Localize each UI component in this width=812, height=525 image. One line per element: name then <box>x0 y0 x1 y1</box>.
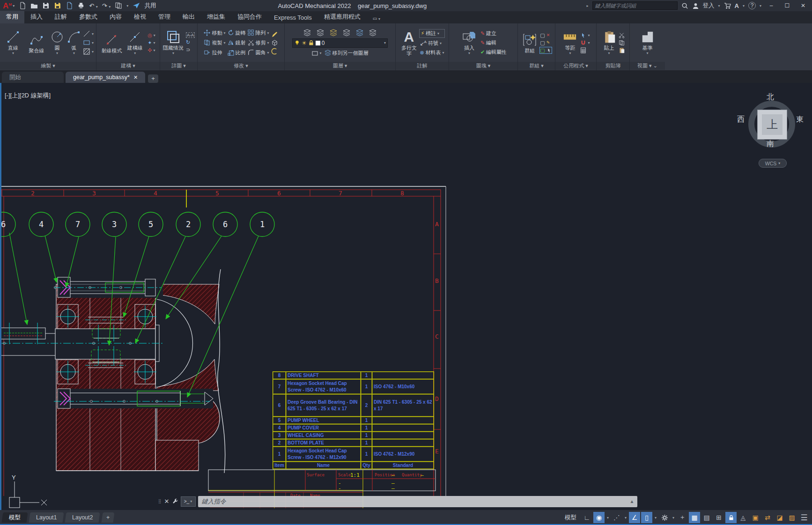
annotation-scale-lock-toggle[interactable] <box>725 512 737 523</box>
ribbon-tab-view[interactable]: 檢視 <box>128 11 152 23</box>
help-dropdown-icon[interactable]: ▾ <box>760 4 761 8</box>
table-row[interactable]: 5PUMP WHEEL 1 <box>273 417 434 424</box>
file-tab-document[interactable]: gear_pump_subassy* ✕ <box>66 72 145 83</box>
table-row[interactable]: 2BOTTOM PLATE 1 <box>273 439 434 447</box>
panel-clipboard-footer[interactable]: 剪貼簿 <box>597 62 629 70</box>
layer-unlock-icon[interactable] <box>308 40 314 46</box>
recent-commands-icon[interactable]: >_ ▾ <box>181 496 196 507</box>
polyline-button[interactable]: 聚合線 <box>26 32 47 53</box>
layer-isolate-icon[interactable] <box>330 29 337 37</box>
annotation-monitor-toggle[interactable]: ⇄ <box>762 512 773 523</box>
mtext-button[interactable]: A 多行文字 <box>400 29 418 56</box>
autotrack-dropdown-icon[interactable]: ▾ <box>623 512 628 523</box>
erase-icon[interactable] <box>271 31 278 38</box>
sign-in-dropdown-icon[interactable]: ▾ <box>718 4 720 8</box>
snap-magnet-icon[interactable]: ▾ <box>580 40 590 46</box>
viewcube-south[interactable]: 南 <box>767 139 774 149</box>
hatch-button[interactable]: ▾ <box>83 48 94 55</box>
panel-group-footer[interactable]: 群組 ▾ <box>518 62 555 70</box>
rotate-button[interactable]: 旋轉 <box>228 30 246 37</box>
table-row[interactable]: 3WHEEL CASING 1 <box>273 432 434 439</box>
help-search-input[interactable]: 鍵入關鍵字或詞組 <box>592 1 678 10</box>
command-line-drag-handle[interactable]: ⣿ <box>158 499 162 503</box>
command-input[interactable]: 鍵入指令 ▲ <box>198 496 637 507</box>
array-button[interactable]: 陣列▾ <box>248 30 269 37</box>
rectangle-button[interactable]: ▾ <box>83 39 94 46</box>
dimension-button[interactable]: ⚡標註▾ <box>420 30 444 37</box>
ribbon-tab-output[interactable]: 輸出 <box>177 11 201 23</box>
line-button[interactable]: 直線▾ <box>2 29 24 56</box>
table-row[interactable]: 7Hexagon Socket Head Cap Screw - ISO 476… <box>273 379 434 394</box>
share-label[interactable]: 共用 <box>144 2 156 10</box>
maximize-button[interactable]: ☐ <box>781 2 793 9</box>
viewcube-top-face[interactable]: 上 <box>757 110 787 140</box>
viewcube-east[interactable]: 東 <box>796 115 804 125</box>
group-edit-icon[interactable]: ▢✎ <box>540 40 551 46</box>
layout-tab-model[interactable]: 模型 <box>1 512 28 523</box>
copy-clip-icon[interactable] <box>619 40 625 46</box>
redo-icon[interactable]: ↷ ▾ <box>102 2 111 9</box>
panel-construction-footer[interactable]: 建構 ▾ <box>96 62 160 70</box>
command-history-expand-icon[interactable]: ▲ <box>630 499 635 504</box>
circle-button[interactable]: 圓▾ <box>49 29 65 56</box>
search-expand-icon[interactable]: ▸ <box>587 4 589 8</box>
close-button[interactable]: ✕ <box>797 2 809 9</box>
move-to-another-layer-button[interactable]: 移到另一個圖層 <box>325 50 369 57</box>
new-layout-button[interactable]: + <box>101 512 114 523</box>
workspace-gear-icon[interactable] <box>659 512 670 523</box>
layer-thaw-sun-icon[interactable]: ☀ <box>302 40 307 46</box>
ribbon-tab-featured-apps[interactable]: 精選應用程式 <box>318 11 367 23</box>
group-select-toggle[interactable]: ▢ <box>540 47 551 53</box>
layer-off-icon[interactable] <box>356 29 363 37</box>
panel-view-footer[interactable]: 視圖 ▾ ⌄ <box>630 62 665 70</box>
erase-construction-icon[interactable]: ✣▾ <box>148 47 155 53</box>
table-row[interactable]: 8DRIVE SHAFT 1 <box>273 372 434 379</box>
uturn-icon[interactable]: ⊃ <box>186 47 195 53</box>
layer-states-icon[interactable] <box>317 29 324 37</box>
explode-icon[interactable] <box>271 39 278 46</box>
object-snap-toggle[interactable]: ▦ <box>689 512 700 523</box>
wcs-menu[interactable]: WCS▾ <box>759 159 787 168</box>
new-drawing-tab-button[interactable]: + <box>148 74 158 83</box>
layer-on-bulb-icon[interactable] <box>294 40 300 46</box>
dynamic-input-dropdown-icon[interactable]: ▾ <box>653 512 658 523</box>
gear-pump-section[interactable] <box>0 269 225 473</box>
autodesk-a-icon[interactable]: A <box>735 2 739 9</box>
app-store-cart-icon[interactable] <box>724 2 731 9</box>
units-button[interactable]: ▣ <box>750 512 761 523</box>
move-button[interactable]: 移動▾ <box>204 30 225 37</box>
share-icon[interactable] <box>133 2 140 9</box>
table-row[interactable]: 6Deep Groove Ball Bearing - DIN 625 T1 -… <box>273 394 434 417</box>
layout-switch-icon[interactable] <box>115 2 122 9</box>
drawing-canvas[interactable]: 2 3 4 5 6 7 8 A B C D E <box>0 83 812 510</box>
drive-shaft[interactable] <box>0 323 163 365</box>
join-icon[interactable] <box>271 48 278 55</box>
panel-draw-footer[interactable]: 繪製 ▾ <box>0 62 96 70</box>
panel-utilities-footer[interactable]: 公用程式 ▾ <box>555 62 596 70</box>
ray-mode-button[interactable]: 射線模式 <box>101 32 122 53</box>
balloons[interactable]: 6 4 7 3 5 2 6 1 <box>0 212 274 237</box>
viewcube[interactable]: 北 西 東 南 上 WCS▾ <box>739 94 805 169</box>
autodesk-dropdown-icon[interactable]: ▾ <box>743 4 745 8</box>
base-view-button[interactable]: 基準▾ <box>638 29 657 56</box>
selection-cycling-toggle[interactable]: ＋ <box>677 512 688 523</box>
ribbon-tab-express-tools[interactable]: Express Tools <box>268 12 318 23</box>
create-block-button[interactable]: ✎建立 <box>480 30 507 37</box>
bom-button[interactable]: ⊗材料表▾ <box>420 49 444 56</box>
user-icon[interactable] <box>692 2 699 9</box>
viewcube-west[interactable]: 西 <box>737 115 745 125</box>
construction-line-button[interactable]: 建構線▾ <box>124 29 146 56</box>
layout-tab-layout1[interactable]: Layout1 <box>29 512 64 523</box>
osnap-3d-toggle[interactable]: ◬ <box>738 512 749 523</box>
save-icon[interactable] <box>42 2 50 9</box>
undo-icon[interactable]: ↶ ▾ <box>89 2 98 9</box>
sign-in-button[interactable]: 登入 <box>703 2 715 10</box>
scale-button[interactable]: 比例 <box>228 49 246 56</box>
search-icon[interactable] <box>681 2 688 9</box>
file-tab-start[interactable]: 開始 <box>2 72 64 83</box>
ribbon-tab-content[interactable]: 內容 <box>103 11 128 23</box>
model-space-button[interactable]: 模型 <box>561 512 580 523</box>
panel-layers-footer[interactable]: 圖層 ▾ <box>285 62 395 70</box>
bom-header-row[interactable]: ItemName QtyStandard <box>273 462 434 469</box>
viewcube-north[interactable]: 北 <box>767 92 774 102</box>
